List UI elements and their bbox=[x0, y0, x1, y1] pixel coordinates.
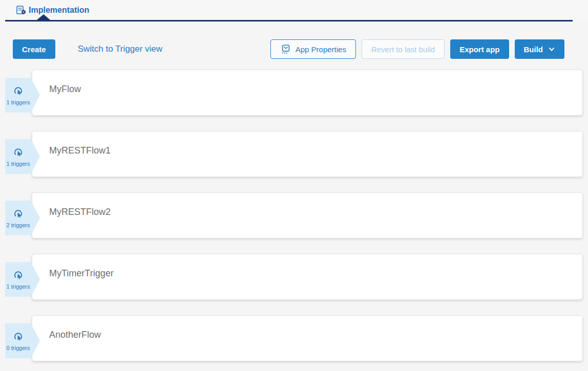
trigger-count-label: 0 triggers bbox=[7, 345, 30, 351]
tab-underline bbox=[5, 20, 573, 21]
app-properties-button[interactable]: App Properties bbox=[270, 39, 356, 59]
tap-trigger-icon bbox=[12, 208, 25, 221]
flow-list: 1 triggers MyFlow 1 triggers MyRESTFlow1 bbox=[0, 70, 588, 361]
flow-card[interactable]: MyRESTFlow1 bbox=[32, 131, 583, 177]
toolbar: Create Switch to Trigger view App Proper… bbox=[13, 39, 564, 59]
document-gear-icon bbox=[15, 5, 27, 16]
tab-label: Implementation bbox=[29, 6, 89, 15]
flow-name: MyFlow bbox=[32, 70, 582, 95]
flow-card[interactable]: MyRESTFlow2 bbox=[32, 192, 583, 238]
trigger-count-label: 1 triggers bbox=[7, 99, 30, 105]
export-app-button[interactable]: Export app bbox=[450, 39, 509, 59]
trigger-count-label: 2 triggers bbox=[7, 222, 30, 228]
revert-to-last-build-button[interactable]: Revert to last build bbox=[362, 39, 445, 59]
flow-card[interactable]: AnotherFlow bbox=[32, 315, 583, 361]
flow-name: MyTimerTrigger bbox=[32, 254, 582, 279]
build-button[interactable]: Build bbox=[515, 39, 565, 59]
tap-trigger-icon bbox=[12, 269, 25, 282]
build-label: Build bbox=[524, 45, 543, 54]
chevron-down-icon bbox=[548, 46, 555, 53]
tap-trigger-icon bbox=[12, 85, 25, 98]
tab-bar: Implementation bbox=[0, 0, 588, 21]
tap-trigger-icon bbox=[12, 331, 25, 343]
flow-row: 1 triggers MyTimerTrigger bbox=[0, 254, 588, 300]
switch-to-trigger-view-link[interactable]: Switch to Trigger view bbox=[78, 44, 162, 54]
flow-row: 2 triggers MyRESTFlow2 bbox=[0, 192, 588, 238]
flow-name: AnotherFlow bbox=[32, 316, 582, 340]
flow-row: 1 triggers MyRESTFlow1 bbox=[0, 131, 588, 177]
flow-card[interactable]: MyFlow bbox=[32, 70, 583, 116]
create-button[interactable]: Create bbox=[13, 39, 55, 59]
flow-name: MyRESTFlow2 bbox=[32, 193, 582, 217]
tap-trigger-icon bbox=[12, 146, 25, 159]
flow-card[interactable]: MyTimerTrigger bbox=[32, 254, 583, 300]
flow-name: MyRESTFlow1 bbox=[32, 132, 582, 156]
trigger-count-label: 1 triggers bbox=[7, 283, 30, 290]
flow-row: 0 triggers AnotherFlow bbox=[0, 315, 588, 361]
app-properties-label: App Properties bbox=[296, 45, 346, 54]
active-tab-pointer bbox=[37, 14, 50, 20]
tab-implementation[interactable]: Implementation bbox=[15, 5, 89, 20]
flow-row: 1 triggers MyFlow bbox=[0, 70, 588, 116]
toolbar-right-group: App Properties Revert to last build Expo… bbox=[270, 39, 564, 59]
app-package-icon bbox=[280, 43, 291, 55]
trigger-count-label: 1 triggers bbox=[7, 161, 30, 167]
